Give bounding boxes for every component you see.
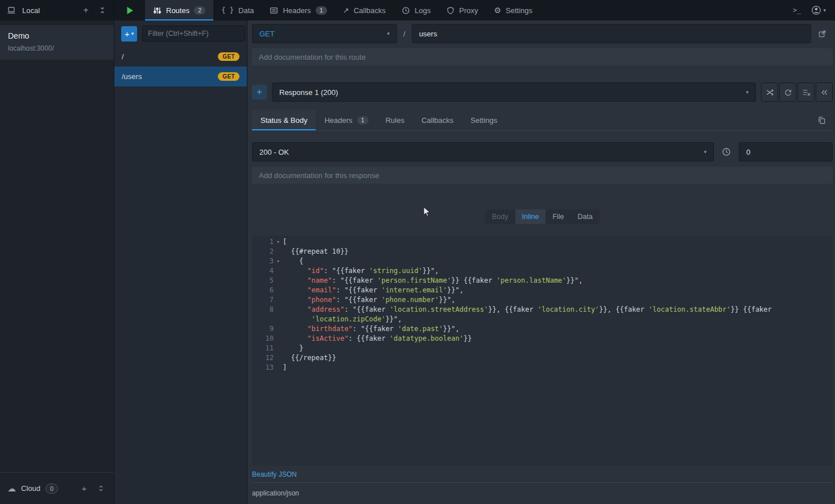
external-link-icon — [818, 30, 826, 38]
body-mode-inline[interactable]: Inline — [515, 209, 546, 224]
tab-logs[interactable]: Logs — [394, 0, 439, 20]
new-environment-button[interactable]: + — [80, 5, 92, 16]
code-line: 5 "name": "{{faker 'person.firstName'}} … — [252, 276, 833, 286]
add-response-button[interactable]: + — [252, 85, 267, 100]
code-line: 2 {{#repeat 10}} — [252, 247, 833, 257]
fold-spacer — [274, 353, 283, 363]
start-server-button[interactable] — [114, 0, 145, 20]
code-text: "birthdate": "{{faker 'date.past'}}", — [283, 324, 460, 334]
add-route-button[interactable]: +▾ — [121, 26, 137, 42]
method-select[interactable]: GET ▾ — [252, 24, 397, 43]
body-mode-toggle: Body Inline File Data — [485, 209, 600, 224]
code-text: { — [283, 257, 303, 266]
tab-proxy[interactable]: Proxy — [439, 0, 486, 20]
sequential-response-button[interactable] — [779, 82, 796, 102]
tab-settings[interactable]: ⚙ Settings — [486, 0, 540, 20]
tab-label: Rules — [386, 116, 404, 125]
tab-data[interactable]: { } Data — [213, 0, 262, 20]
line-number: 6 — [252, 286, 274, 295]
proxy-shield-icon — [447, 6, 454, 15]
response-row: + Response 1 (200) ▾ — [252, 82, 833, 102]
code-text: "address": "{{faker 'location.streetAddr… — [283, 305, 772, 315]
line-number: 12 — [252, 353, 274, 363]
fold-spacer — [274, 344, 283, 353]
fold-spacer — [274, 305, 283, 315]
routes-count-badge: 2 — [194, 6, 205, 15]
tab-response-settings[interactable]: Settings — [462, 110, 506, 130]
tab-routes[interactable]: Routes 2 — [145, 0, 213, 20]
account-icon — [811, 5, 821, 15]
route-filter-input[interactable] — [142, 26, 245, 42]
fold-caret-icon[interactable]: ▾ — [274, 257, 283, 266]
chevron-down-icon: ▾ — [131, 31, 134, 36]
headers-icon — [270, 6, 278, 15]
body-mode-file[interactable]: File — [545, 209, 571, 224]
route-item-users[interactable]: /users GET — [114, 67, 247, 86]
environment-item-demo[interactable]: Demo localhost:3000/ — [0, 25, 114, 60]
tab-status-body[interactable]: Status & Body — [252, 110, 316, 130]
response-label: Response 1 (200) — [279, 88, 338, 97]
tab-rules[interactable]: Rules — [377, 110, 413, 130]
tab-label: Routes — [166, 6, 189, 15]
topbar-right: >_ ▾ — [784, 0, 835, 20]
disable-rules-button[interactable] — [797, 82, 815, 102]
fold-spacer — [274, 295, 283, 305]
tab-headers[interactable]: Headers 1 — [262, 0, 334, 20]
body-mode-body[interactable]: Body — [485, 209, 515, 224]
method-value: GET — [259, 30, 275, 38]
account-menu[interactable]: ▾ — [811, 5, 826, 15]
braces-icon: { } — [221, 6, 234, 14]
code-text: {{#repeat 10}} — [283, 247, 349, 257]
random-response-button[interactable] — [761, 82, 778, 102]
code-text: {{/repeat}} — [283, 353, 336, 363]
tab-label: Logs — [415, 6, 431, 15]
route-editor: GET ▾ / + Response 1 (200) ▾ — [247, 20, 835, 504]
response-documentation-input[interactable] — [252, 167, 833, 184]
history-clock-icon — [402, 6, 410, 15]
plus-icon: + — [125, 29, 130, 39]
add-cloud-environment-button[interactable]: + — [78, 483, 90, 494]
tab-callbacks[interactable]: ↗ Callbacks — [335, 0, 394, 20]
environments-sidebar: Demo localhost:3000/ ☁ Cloud 0 + — [0, 20, 114, 504]
response-select[interactable]: Response 1 (200) ▾ — [272, 82, 756, 102]
fallback-icon — [820, 88, 829, 97]
fold-spacer — [274, 286, 283, 295]
body-code-editor[interactable]: 1▾[2 {{#repeat 10}}3▾ {4 "id": "{{faker … — [252, 236, 833, 466]
cloud-section[interactable]: ☁ Cloud 0 + — [0, 472, 114, 504]
tab-response-headers[interactable]: Headers 1 — [316, 110, 377, 130]
laptop-icon — [6, 5, 17, 16]
command-terminal-icon[interactable]: >_ — [793, 5, 801, 16]
chevron-down-icon: ▾ — [746, 89, 749, 95]
collapse-environments-icon[interactable] — [97, 5, 108, 16]
tab-response-callbacks[interactable]: Callbacks — [413, 110, 462, 130]
fold-caret-icon[interactable]: ▾ — [274, 237, 283, 247]
copy-response-button[interactable] — [817, 110, 833, 130]
sort-environments-icon[interactable] — [95, 483, 106, 494]
route-documentation-input[interactable] — [252, 48, 833, 65]
topbar: Local + Routes 2 { } Data Headers 1 — [0, 0, 835, 20]
code-text: "id": "{{faker 'string.uuid'}}", — [283, 266, 439, 276]
fallback-mode-button[interactable] — [816, 82, 833, 102]
workspace-header: Local + — [0, 0, 114, 20]
topbar-tabs: Routes 2 { } Data Headers 1 ↗ Callbacks … — [145, 0, 540, 20]
line-number: 1 — [252, 237, 274, 247]
open-in-browser-button[interactable] — [811, 30, 833, 38]
route-item-root[interactable]: / GET — [114, 47, 247, 67]
cloud-count-badge: 0 — [46, 484, 58, 494]
route-path: / — [122, 52, 218, 61]
code-lines: 1▾[2 {{#repeat 10}}3▾ {4 "id": "{{faker … — [252, 237, 833, 373]
latency-input[interactable] — [739, 142, 833, 162]
status-code-value: 200 - OK — [259, 148, 289, 156]
chevron-down-icon: ▾ — [387, 31, 390, 36]
content-type-label: application/json — [252, 489, 299, 497]
path-separator: / — [397, 30, 412, 38]
code-line: 1▾[ — [252, 237, 833, 247]
status-code-select[interactable]: 200 - OK ▾ — [252, 142, 714, 162]
route-path-input[interactable] — [412, 24, 811, 43]
beautify-json-link[interactable]: Beautify JSON — [252, 466, 833, 482]
workspace-label: Local — [22, 6, 40, 15]
code-text: "name": "{{faker 'person.firstName'}} {{… — [283, 276, 582, 286]
copy-icon — [817, 116, 826, 125]
body-mode-data[interactable]: Data — [571, 209, 600, 224]
content-type-bar: application/json — [252, 482, 833, 504]
